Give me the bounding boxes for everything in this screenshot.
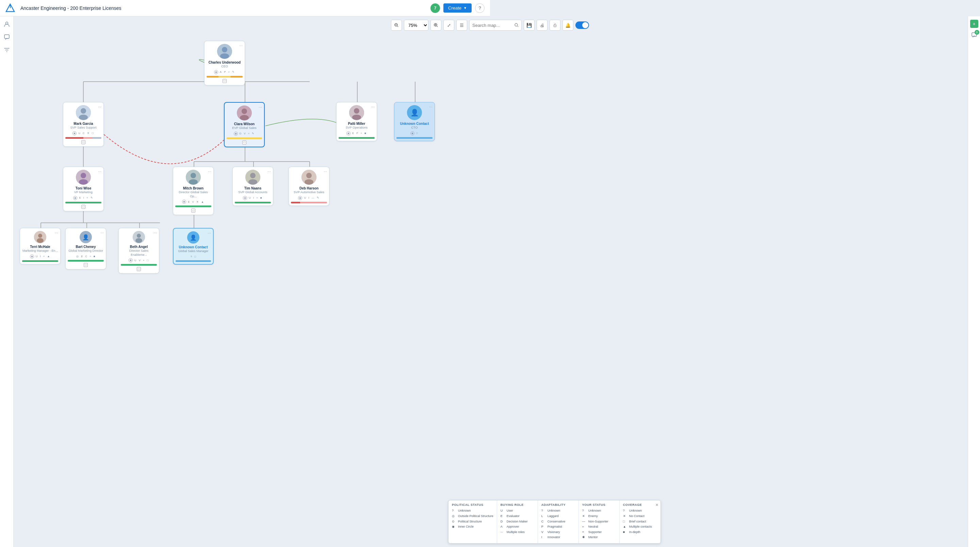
svg-line-11: [437, 26, 438, 27]
node-more-deb[interactable]: ···: [324, 169, 327, 174]
action-q-ugsm[interactable]: ?: [190, 255, 192, 259]
action-status[interactable]: =: [228, 70, 231, 74]
action-eq-bart[interactable]: =: [89, 254, 92, 258]
node-title-clara: EVP Global Sales: [232, 126, 256, 130]
help-button[interactable]: ?: [475, 3, 485, 13]
action-edit[interactable]: ✎: [231, 70, 235, 74]
action-e-mitch[interactable]: E: [187, 200, 190, 204]
action-tri-terri[interactable]: ▲: [46, 254, 50, 258]
action-p-ucto[interactable]: ◉: [410, 131, 414, 135]
expand-clara[interactable]: □: [242, 140, 247, 145]
expand-mitch[interactable]: □: [191, 208, 195, 213]
expand-mark[interactable]: □: [81, 140, 86, 144]
expand-bart[interactable]: □: [84, 263, 88, 267]
action-c-mark[interactable]: C: [82, 131, 86, 135]
action-adapt[interactable]: P: [223, 70, 226, 74]
action-x-mark[interactable]: ✕: [86, 131, 90, 135]
action-u-tim[interactable]: U: [248, 196, 251, 200]
action-political[interactable]: ◉: [214, 70, 218, 74]
action-u-deb[interactable]: U: [303, 196, 307, 200]
notification-badge[interactable]: 7: [430, 3, 440, 13]
action-e-toni[interactable]: E: [78, 196, 81, 200]
expand-beth[interactable]: □: [137, 267, 141, 271]
expand-toni[interactable]: □: [81, 205, 86, 209]
svg-point-49: [189, 179, 198, 185]
expand-icon[interactable]: ⤢: [443, 20, 454, 30]
node-more-charles[interactable]: ···: [239, 43, 243, 48]
sidebar-icon-chat[interactable]: [3, 33, 11, 41]
node-more-patti[interactable]: ···: [371, 105, 375, 109]
node-more-unknown-cto[interactable]: ···: [429, 105, 433, 109]
action-plus-patti[interactable]: +: [360, 131, 363, 135]
node-more-tim[interactable]: ···: [267, 169, 271, 174]
action-box-mark[interactable]: □: [91, 131, 94, 135]
action-p-toni[interactable]: ◉: [73, 196, 77, 200]
action-p-patti[interactable]: ◉: [347, 131, 350, 135]
action-i-deb[interactable]: I: [308, 196, 310, 200]
action-p-clara[interactable]: ◉: [234, 132, 238, 136]
action-p-terri[interactable]: ◉: [30, 254, 34, 259]
action-i-toni[interactable]: I: [83, 196, 85, 200]
action-plus-beth[interactable]: +: [142, 259, 145, 262]
action-p-beth[interactable]: ◉: [129, 258, 133, 262]
action-o-bart[interactable]: ◎: [76, 254, 79, 258]
action-i-terri[interactable]: I: [39, 254, 41, 258]
zoom-in-button[interactable]: [430, 20, 441, 30]
action-sq-tim[interactable]: ■: [259, 196, 263, 200]
action-role[interactable]: A: [219, 70, 222, 74]
action-p2-patti[interactable]: P: [356, 131, 359, 135]
node-more-toni[interactable]: ···: [98, 169, 102, 174]
action-sq-bart[interactable]: ■: [93, 254, 96, 258]
node-more-mitch[interactable]: ···: [208, 169, 211, 174]
action-e-bart[interactable]: E: [80, 254, 83, 258]
action-p-mitch[interactable]: ◉: [182, 200, 186, 204]
node-name-bart: Bart Cheney: [76, 245, 96, 249]
node-more-unknown-gsm[interactable]: ···: [208, 231, 211, 235]
action-u-mark[interactable]: U: [78, 131, 81, 135]
action-edit-toni[interactable]: ✎: [90, 196, 94, 200]
action-u-beth[interactable]: U: [134, 259, 137, 262]
action-v-clara[interactable]: V: [243, 132, 246, 135]
sidebar-icon-person[interactable]: [3, 21, 11, 28]
action-eq-clara[interactable]: =: [247, 132, 250, 135]
action-plus-toni[interactable]: +: [86, 196, 89, 200]
zoom-out-button[interactable]: [391, 20, 402, 30]
node-actions-deb: ◉ U I — ✎: [298, 196, 320, 200]
zoom-select[interactable]: 75% 50% 100%: [404, 20, 428, 30]
node-more-bart[interactable]: ···: [100, 230, 104, 235]
action-p-deb[interactable]: ◉: [298, 196, 302, 200]
action-v-beth[interactable]: V: [138, 259, 141, 262]
action-p-mark[interactable]: ◉: [73, 131, 76, 135]
action-x-mitch[interactable]: ✕: [196, 200, 199, 204]
action-eq-tim[interactable]: =: [256, 196, 259, 200]
progress-toni: [65, 202, 102, 204]
node-more-beth[interactable]: ···: [153, 230, 157, 235]
action-edit-clara[interactable]: ✎: [251, 132, 255, 135]
node-more-terri[interactable]: ···: [55, 230, 58, 235]
action-sq-patti[interactable]: ■: [364, 131, 367, 135]
action-box-ugsm[interactable]: □: [194, 255, 197, 259]
avatar-terri: [34, 231, 46, 243]
list-icon[interactable]: ☰: [456, 20, 467, 30]
action-edit-deb[interactable]: ✎: [316, 196, 320, 200]
node-name-patti: Patti Miller: [348, 121, 366, 126]
action-dash-deb[interactable]: —: [311, 196, 315, 200]
create-button[interactable]: Create ▼: [443, 3, 472, 13]
action-e-patti[interactable]: E: [352, 131, 355, 135]
action-v-mitch[interactable]: V: [192, 200, 195, 204]
action-d-clara[interactable]: D: [239, 132, 242, 135]
action-u-terri[interactable]: U: [35, 254, 38, 258]
action-tri-mitch[interactable]: ▲: [200, 200, 205, 204]
action-plus-terri[interactable]: +: [43, 254, 46, 258]
node-more-clara[interactable]: ···: [259, 105, 262, 110]
action-box-ucto[interactable]: □: [415, 131, 418, 135]
action-i-tim[interactable]: I: [253, 196, 255, 200]
action-c-bart[interactable]: C: [85, 254, 88, 258]
node-more-mark[interactable]: ···: [98, 105, 102, 109]
sidebar-icon-filter[interactable]: [3, 46, 11, 54]
search-input[interactable]: [472, 23, 490, 28]
svg-point-33: [222, 47, 227, 52]
action-p-tim[interactable]: ◉: [243, 196, 247, 200]
expand-charles[interactable]: □: [223, 79, 227, 83]
action-box-beth[interactable]: □: [146, 259, 149, 262]
